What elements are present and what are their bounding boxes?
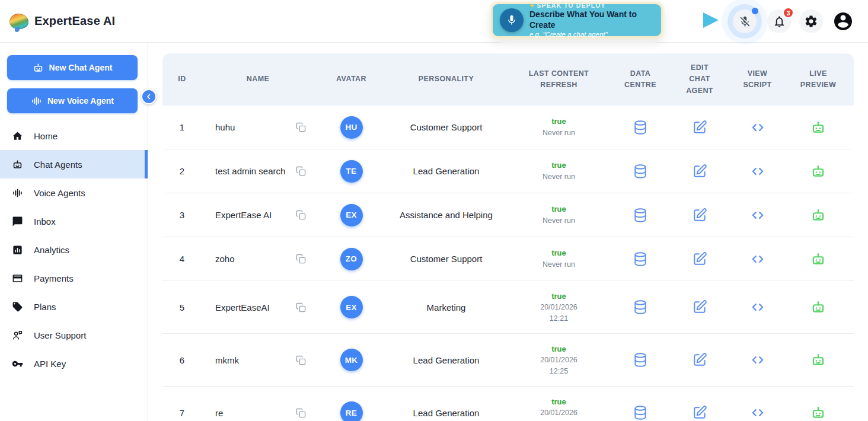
code-icon[interactable] bbox=[750, 299, 765, 315]
cell-avatar: EX bbox=[314, 204, 388, 227]
agent-name: re bbox=[215, 408, 223, 418]
robot-preview-icon[interactable] bbox=[810, 299, 826, 315]
waveform-icon bbox=[12, 187, 23, 199]
agent-name: huhu bbox=[215, 122, 235, 132]
refresh-time: 12:21 bbox=[550, 313, 568, 324]
cell-id: 4 bbox=[162, 254, 202, 264]
database-icon[interactable] bbox=[633, 208, 648, 223]
sidebar-collapse-button[interactable] bbox=[141, 89, 157, 104]
sidebar-item-label: Analytics bbox=[34, 245, 69, 255]
new-voice-agent-button[interactable]: New Voice Agent bbox=[7, 88, 138, 113]
cell-personality: Marketing bbox=[388, 302, 504, 312]
code-icon[interactable] bbox=[750, 120, 765, 135]
refresh-flag: true bbox=[551, 116, 566, 127]
code-icon[interactable] bbox=[750, 251, 765, 267]
profile-button[interactable] bbox=[831, 9, 855, 33]
cell-id: 3 bbox=[162, 210, 202, 220]
copy-icon[interactable] bbox=[296, 122, 306, 132]
cell-view-script bbox=[732, 251, 783, 267]
code-icon[interactable] bbox=[750, 352, 765, 368]
chat-bubble-icon bbox=[12, 216, 23, 227]
mic-toggle-button[interactable] bbox=[733, 9, 757, 33]
copy-icon[interactable] bbox=[296, 408, 306, 418]
cell-data-centre bbox=[614, 405, 667, 420]
table-row: 1 huhu HU Customer Support true Never ru… bbox=[162, 106, 854, 149]
edit-icon[interactable] bbox=[692, 405, 707, 420]
cell-data-centre bbox=[614, 251, 667, 267]
edit-icon[interactable] bbox=[692, 352, 707, 368]
database-icon[interactable] bbox=[633, 120, 648, 135]
code-icon[interactable] bbox=[750, 405, 765, 420]
robot-preview-icon[interactable] bbox=[810, 120, 826, 135]
robot-preview-icon[interactable] bbox=[810, 251, 826, 267]
database-icon[interactable] bbox=[633, 164, 648, 179]
settings-button[interactable] bbox=[799, 9, 823, 33]
database-icon[interactable] bbox=[633, 251, 648, 267]
cell-data-centre bbox=[614, 120, 667, 135]
database-icon[interactable] bbox=[633, 299, 648, 315]
sidebar-item-voice-agents[interactable]: Voice Agents bbox=[0, 178, 148, 207]
cell-view-script bbox=[732, 352, 783, 368]
edit-icon[interactable] bbox=[692, 208, 707, 223]
copy-icon[interactable] bbox=[296, 166, 306, 176]
edit-icon[interactable] bbox=[692, 251, 707, 267]
cell-avatar: EX bbox=[314, 296, 388, 318]
copy-icon[interactable] bbox=[296, 254, 306, 264]
microphone-button[interactable] bbox=[500, 8, 524, 32]
refresh-date: 20/01/2026 bbox=[540, 355, 577, 366]
edit-icon[interactable] bbox=[692, 164, 707, 179]
refresh-flag: true bbox=[551, 396, 566, 408]
col-avatar: AVATAR bbox=[314, 74, 388, 85]
robot-preview-icon[interactable] bbox=[810, 405, 826, 420]
notifications-button[interactable]: 3 bbox=[767, 9, 791, 33]
agent-name: zoho bbox=[215, 254, 235, 264]
cell-edit-chat-agent bbox=[667, 164, 732, 179]
sidebar-item-payments[interactable]: Payments bbox=[0, 264, 148, 292]
code-icon[interactable] bbox=[750, 208, 765, 223]
cell-live-preview bbox=[783, 120, 854, 135]
edit-icon[interactable] bbox=[692, 120, 707, 135]
user-avatar-icon bbox=[832, 11, 854, 32]
copy-icon[interactable] bbox=[296, 302, 306, 312]
app-window: ExpertEase AI ✦SPEAK TO DEPLOY Describe … bbox=[0, 0, 868, 421]
edit-icon[interactable] bbox=[692, 299, 707, 315]
cell-last-refresh: true 20/01/2026 12:25 bbox=[504, 343, 614, 377]
sidebar-item-chat-agents[interactable]: Chat Agents bbox=[0, 150, 148, 178]
speak-to-deploy-callout[interactable]: ✦SPEAK TO DEPLOY Describe What You Want … bbox=[491, 2, 663, 38]
cell-data-centre bbox=[614, 299, 667, 315]
copy-icon[interactable] bbox=[296, 355, 306, 365]
header-actions: 3 bbox=[666, 0, 868, 43]
user-support-icon bbox=[12, 330, 23, 341]
code-icon[interactable] bbox=[750, 164, 765, 179]
cell-live-preview bbox=[783, 208, 854, 223]
sidebar-item-analytics[interactable]: Analytics bbox=[0, 235, 148, 264]
cell-edit-chat-agent bbox=[667, 208, 732, 223]
sidebar-item-api-key[interactable]: API Key bbox=[0, 349, 148, 378]
agent-name: ExpertEase AI bbox=[215, 210, 272, 220]
sidebar-item-inbox[interactable]: Inbox bbox=[0, 207, 148, 235]
copy-icon[interactable] bbox=[296, 210, 306, 220]
sidebar-item-plans[interactable]: Plans bbox=[0, 292, 148, 321]
cell-view-script bbox=[732, 164, 783, 179]
robot-preview-icon[interactable] bbox=[810, 208, 826, 223]
sidebar-item-home[interactable]: Home bbox=[0, 122, 148, 150]
col-id: ID bbox=[162, 74, 202, 85]
refresh-flag: true bbox=[551, 160, 566, 171]
robot-preview-icon[interactable] bbox=[810, 164, 826, 179]
cell-avatar: MK bbox=[314, 349, 388, 371]
cell-personality: Lead Generation bbox=[388, 166, 504, 176]
cell-personality: Lead Generation bbox=[388, 408, 504, 418]
new-chat-agent-button[interactable]: New Chat Agent bbox=[7, 55, 138, 80]
database-icon[interactable] bbox=[633, 352, 648, 368]
database-icon[interactable] bbox=[633, 405, 648, 420]
cell-avatar: ZO bbox=[314, 248, 388, 270]
refresh-date: Never run bbox=[542, 215, 575, 227]
cell-personality: Assistance and Helping bbox=[388, 210, 504, 220]
sidebar-item-user-support[interactable]: User Support bbox=[0, 321, 148, 349]
table-row: 6 mkmk MK Lead Generation true 20/01/202… bbox=[162, 334, 854, 387]
notification-badge: 3 bbox=[783, 7, 794, 18]
brand[interactable]: ExpertEase AI bbox=[0, 14, 115, 29]
cell-view-script bbox=[732, 120, 783, 135]
robot-preview-icon[interactable] bbox=[810, 352, 826, 368]
microphone-icon bbox=[506, 14, 518, 26]
